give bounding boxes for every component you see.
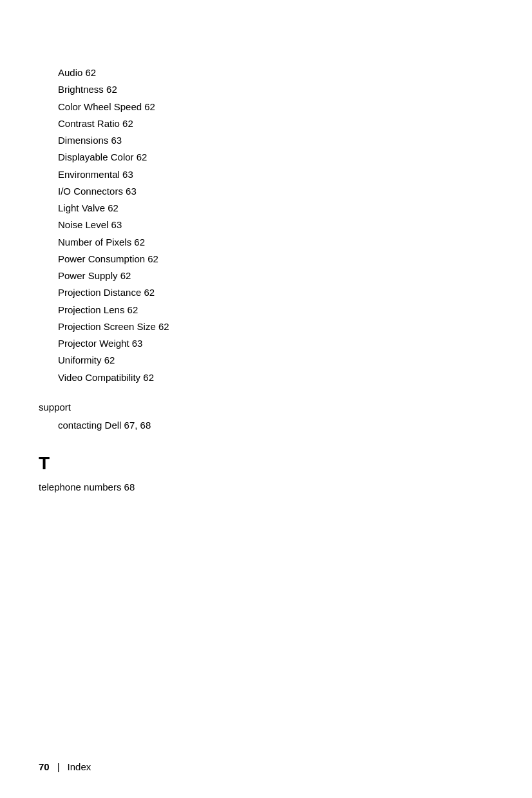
list-item: Audio 62 bbox=[58, 64, 493, 81]
list-item: Power Consumption 62 bbox=[58, 251, 493, 268]
specs-sub-items: Audio 62 Brightness 62 Color Wheel Speed… bbox=[58, 64, 493, 386]
support-sub-items: contacting Dell 67, 68 bbox=[58, 417, 493, 434]
list-item: Video Compatibility 62 bbox=[58, 369, 493, 386]
specifications-section: Audio 62 Brightness 62 Color Wheel Speed… bbox=[39, 64, 493, 386]
list-item: Brightness 62 bbox=[58, 81, 493, 98]
list-item: Noise Level 63 bbox=[58, 217, 493, 233]
list-item: Projection Distance 62 bbox=[58, 284, 493, 301]
list-item: Uniformity 62 bbox=[58, 352, 493, 369]
support-section: support contacting Dell 67, 68 bbox=[39, 399, 493, 434]
section-letter-t: T bbox=[39, 453, 493, 474]
footer-divider: | bbox=[57, 761, 60, 772]
list-item: Light Valve 62 bbox=[58, 200, 493, 217]
list-item: Power Supply 62 bbox=[58, 268, 493, 284]
footer-label: Index bbox=[68, 761, 91, 772]
list-item: Projection Screen Size 62 bbox=[58, 318, 493, 335]
page-footer: 70 | Index bbox=[39, 761, 91, 772]
t-section: T telephone numbers 68 bbox=[39, 453, 493, 496]
list-item: contacting Dell 67, 68 bbox=[58, 417, 493, 434]
list-item: Contrast Ratio 62 bbox=[58, 115, 493, 132]
list-item: telephone numbers 68 bbox=[39, 479, 493, 496]
list-item: Displayable Color 62 bbox=[58, 149, 493, 166]
list-item: Dimensions 63 bbox=[58, 132, 493, 149]
support-parent-label: support bbox=[39, 399, 493, 416]
list-item: Projection Lens 62 bbox=[58, 302, 493, 318]
footer-page-number: 70 bbox=[39, 761, 50, 772]
list-item: Environmental 63 bbox=[58, 166, 493, 183]
page-content: Audio 62 Brightness 62 Color Wheel Speed… bbox=[0, 0, 532, 561]
list-item: Color Wheel Speed 62 bbox=[58, 99, 493, 115]
list-item: Number of Pixels 62 bbox=[58, 234, 493, 251]
list-item: Projector Weight 63 bbox=[58, 335, 493, 352]
list-item: I/O Connectors 63 bbox=[58, 183, 493, 200]
